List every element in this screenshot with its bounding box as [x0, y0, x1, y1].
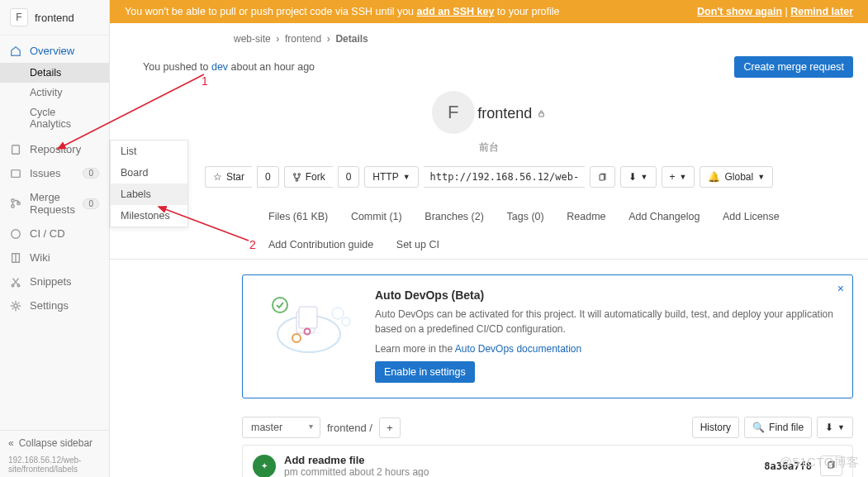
commit-meta: pm committed about 2 hours ago: [284, 466, 429, 477]
crumb-group[interactable]: web-site: [234, 33, 271, 45]
push-notice: You pushed to dev about an hour ago Crea…: [110, 53, 868, 86]
last-commit-row: ✦ Add readme file pm committed about 2 h…: [242, 445, 853, 477]
close-icon[interactable]: ×: [837, 282, 844, 295]
add-ssh-link[interactable]: add an SSH key: [417, 6, 495, 17]
issues-count: 0: [83, 168, 99, 179]
issues-submenu: List Board Labels Milestones: [110, 140, 188, 227]
sidebar-item-settings[interactable]: Settings: [0, 293, 109, 317]
download-dropdown[interactable]: ⬇ ▼: [620, 166, 657, 188]
devops-learn: Learn more in the Auto DevOps documentat…: [375, 341, 834, 356]
clone-url-input[interactable]: [424, 166, 585, 188]
svg-point-2: [12, 199, 15, 203]
svg-point-11: [298, 173, 300, 174]
lock-icon: [537, 109, 546, 118]
star-button[interactable]: ☆ Star: [205, 166, 252, 188]
tab-license[interactable]: Add License: [713, 203, 790, 231]
svg-point-3: [12, 205, 15, 208]
tab-commits[interactable]: Commit (1): [341, 203, 412, 231]
sidebar-label: Snippets: [30, 275, 72, 288]
notifications-dropdown[interactable]: 🔔 Global ▼: [700, 166, 773, 188]
sidebar-item-issues[interactable]: Issues 0: [0, 161, 109, 185]
gear-icon: [10, 300, 21, 312]
sidebar-item-repository[interactable]: Repository: [0, 137, 109, 161]
push-branch-link[interactable]: dev: [211, 61, 228, 73]
download-source-button[interactable]: ⬇ ▼: [817, 417, 853, 438]
sidebar-item-wiki[interactable]: Wiki: [0, 246, 109, 270]
sidebar-header[interactable]: F frontend: [0, 0, 109, 36]
tab-changelog[interactable]: Add Changelog: [619, 203, 709, 231]
devops-illustration: [259, 289, 358, 355]
commit-info: Add readme file pm committed about 2 hou…: [284, 454, 429, 477]
path-crumb[interactable]: frontend /: [327, 422, 372, 434]
sidebar-item-cicd[interactable]: CI / CD: [0, 222, 109, 246]
enable-devops-button[interactable]: Enable in settings: [375, 361, 475, 383]
protocol-dropdown[interactable]: HTTP ▼: [364, 166, 418, 188]
sidebar-item-overview[interactable]: Overview: [0, 39, 109, 63]
add-file-button[interactable]: +: [379, 417, 401, 438]
submenu-labels[interactable]: Labels: [111, 184, 187, 205]
create-merge-request-button[interactable]: Create merge request: [734, 56, 853, 78]
submenu-list[interactable]: List: [111, 141, 187, 162]
tab-branches[interactable]: Branches (2): [415, 203, 494, 231]
tab-contrib[interactable]: Add Contribution guide: [259, 231, 383, 259]
alert-remind[interactable]: Remind later: [790, 6, 853, 17]
project-name-small: frontend: [35, 12, 74, 24]
collapse-sidebar[interactable]: «Collapse sidebar: [0, 430, 109, 456]
sidebar-sub-details[interactable]: Details: [0, 63, 109, 83]
submenu-milestones[interactable]: Milestones: [111, 205, 187, 227]
devops-desc: Auto DevOps can be activated for this pr…: [375, 307, 834, 336]
sidebar-label: CI / CD: [30, 227, 65, 240]
sidebar-sub-activity[interactable]: Activity: [0, 83, 109, 103]
svg-point-10: [293, 173, 295, 174]
project-tabs: Files (61 KB) Commit (1) Branches (2) Ta…: [110, 203, 868, 260]
crumb-current: Details: [335, 33, 368, 45]
tab-ci[interactable]: Set up CI: [387, 231, 449, 259]
project-avatar-small: F: [10, 8, 28, 26]
fork-count[interactable]: 0: [338, 166, 360, 188]
merge-icon: [10, 198, 21, 209]
commit-title[interactable]: Add readme file: [284, 454, 429, 466]
sidebar-label: Overview: [30, 45, 74, 57]
sidebar-label: Repository: [30, 143, 81, 155]
tab-tags[interactable]: Tags (0): [497, 203, 554, 231]
sidebar-item-snippets[interactable]: Snippets: [0, 270, 109, 293]
find-file-button[interactable]: 🔍 Find file: [744, 417, 812, 438]
svg-point-21: [342, 317, 350, 326]
copy-url-button[interactable]: [590, 166, 615, 188]
svg-rect-1: [12, 169, 21, 177]
svg-point-12: [296, 179, 297, 180]
tab-readme[interactable]: Readme: [557, 203, 615, 231]
svg-rect-9: [539, 113, 544, 117]
alert-dont-show[interactable]: Don't show again: [697, 6, 782, 17]
svg-point-5: [12, 229, 21, 238]
project-subtitle: 前台: [110, 141, 868, 155]
copy-sha-button[interactable]: [820, 456, 842, 476]
add-dropdown[interactable]: + ▼: [662, 166, 695, 188]
main-content: You won't be able to pull or push projec…: [110, 0, 868, 477]
sidebar-sub-cycle[interactable]: Cycle Analytics: [0, 103, 109, 134]
home-icon: [10, 45, 21, 57]
crumb-project[interactable]: frontend: [285, 33, 321, 45]
star-count[interactable]: 0: [257, 166, 279, 188]
history-button[interactable]: History: [692, 417, 739, 438]
svg-rect-0: [12, 145, 20, 154]
svg-rect-22: [828, 462, 833, 468]
tab-files[interactable]: Files (61 KB): [259, 203, 338, 231]
svg-rect-17: [299, 307, 317, 328]
project-title: frontend: [477, 105, 546, 122]
breadcrumb: web-site › frontend › Details: [110, 23, 868, 53]
svg-rect-13: [600, 174, 605, 180]
sidebar-label: Settings: [30, 299, 69, 312]
devops-doc-link[interactable]: Auto DevOps documentation: [455, 343, 581, 355]
sidebar-item-merge[interactable]: Merge Requests 0: [0, 185, 109, 222]
commit-sha[interactable]: 8a36a7f8: [764, 460, 812, 472]
ssh-alert: You won't be able to pull or push projec…: [110, 0, 868, 23]
alert-text: You won't be able to pull or push projec…: [125, 6, 560, 17]
submenu-board[interactable]: Board: [111, 162, 187, 184]
project-toolbar: ☆ Star0 Fork0 HTTP ▼ ⬇ ▼ + ▼ 🔔 Global ▼: [110, 156, 868, 203]
devops-title: Auto DevOps (Beta): [375, 289, 834, 302]
branch-select[interactable]: master: [242, 417, 320, 438]
fork-button[interactable]: Fork: [284, 166, 333, 188]
sidebar-label: Wiki: [30, 251, 50, 264]
rocket-icon: [10, 228, 21, 240]
